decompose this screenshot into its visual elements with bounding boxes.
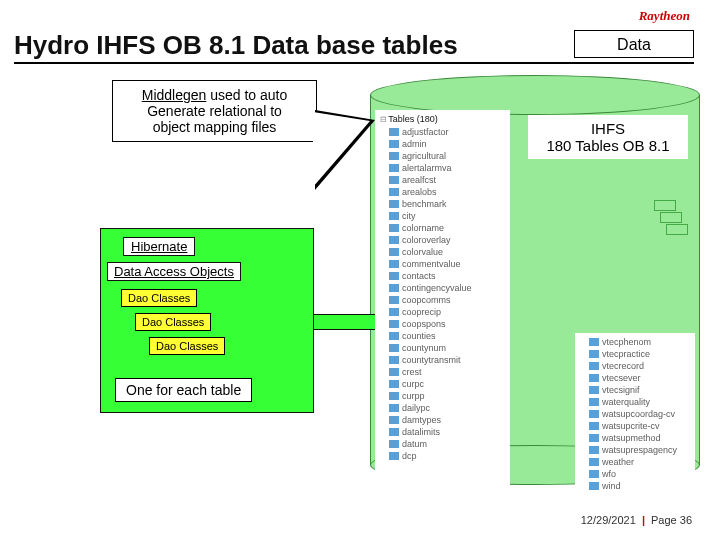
table-row: datum [377, 438, 508, 450]
table-row: contacts [377, 270, 508, 282]
folder-icon [389, 128, 399, 136]
table-row: vtecphenom [577, 336, 693, 348]
table-row: watsupmethod [577, 432, 693, 444]
table-row: curpp [377, 390, 508, 402]
table-row: countynum [377, 342, 508, 354]
table-row: admin [377, 138, 508, 150]
table-row: dailypc [377, 402, 508, 414]
folder-icon [389, 212, 399, 220]
table-row: wfo [577, 468, 693, 480]
ihfs-label: IHFS 180 Tables OB 8.1 [528, 115, 688, 159]
database-cylinder: ⊟ Tables (180) adjustfactoradminagricult… [370, 75, 700, 485]
folder-icon [389, 332, 399, 340]
folder-icon [389, 176, 399, 184]
table-row: city [377, 210, 508, 222]
footer-date: 12/29/2021 [581, 514, 636, 526]
table-row: arealfcst [377, 174, 508, 186]
ihfs-line2: 180 Tables OB 8.1 [530, 137, 686, 154]
hibernate-label: Hibernate [123, 237, 195, 256]
table-row: watsupcoordag-cv [577, 408, 693, 420]
folder-icon [389, 440, 399, 448]
table-row: agricultural [377, 150, 508, 162]
dao-label: Data Access Objects [107, 262, 241, 281]
folder-icon [389, 344, 399, 352]
folder-icon [589, 470, 599, 478]
page-title: Hydro IHFS OB 8.1 Data base tables [14, 30, 458, 61]
folder-icon [389, 380, 399, 388]
folder-icon [389, 260, 399, 268]
folder-icon [589, 374, 599, 382]
folder-icon [389, 272, 399, 280]
table-row: counties [377, 330, 508, 342]
folder-icon [389, 404, 399, 412]
folder-icon [389, 428, 399, 436]
ihfs-line1: IHFS [530, 120, 686, 137]
table-row: dcp [377, 450, 508, 462]
table-list-right: vtecphenomvtecpracticevtecrecordvtecseve… [575, 333, 695, 493]
folder-icon [589, 338, 599, 346]
folder-icon [589, 350, 599, 358]
table-row: commentvalue [377, 258, 508, 270]
folder-icon [389, 200, 399, 208]
table-row: arealobs [377, 186, 508, 198]
table-row: curpc [377, 378, 508, 390]
table-row: cooprecip [377, 306, 508, 318]
table-row: colorvalue [377, 246, 508, 258]
folder-icon [589, 446, 599, 454]
folder-icon [389, 164, 399, 172]
table-row: crest [377, 366, 508, 378]
tables-header: Tables (180) [388, 114, 438, 124]
table-row: vtecpractice [577, 348, 693, 360]
table-row: coopcomms [377, 294, 508, 306]
table-row: yunique [577, 492, 693, 493]
folder-icon [389, 320, 399, 328]
folder-icon [389, 224, 399, 232]
table-row: wind [577, 480, 693, 492]
folder-icon [389, 236, 399, 244]
title-underline [14, 62, 694, 64]
table-list-left: ⊟ Tables (180) adjustfactoradminagricult… [375, 110, 510, 491]
dao-class-box: Dao Classes [149, 337, 225, 355]
table-row: coloroverlay [377, 234, 508, 246]
table-row: vtecsever [577, 372, 693, 384]
tool-name: Middlegen [142, 87, 207, 103]
folder-icon [389, 188, 399, 196]
table-row: vtecrecord [577, 360, 693, 372]
table-row: colorname [377, 222, 508, 234]
folder-icon [589, 410, 599, 418]
folder-icon [589, 362, 599, 370]
folder-icon [589, 422, 599, 430]
table-row: watsupcrite-cv [577, 420, 693, 432]
folder-icon [389, 452, 399, 460]
table-row: watsuprespagency [577, 444, 693, 456]
folder-icon [389, 296, 399, 304]
folder-icon [589, 458, 599, 466]
table-row: adjustfactor [377, 126, 508, 138]
table-row: waterquality [577, 396, 693, 408]
table-row: weather [577, 456, 693, 468]
folder-icon [389, 140, 399, 148]
dao-class-box: Dao Classes [135, 313, 211, 331]
folder-icon [389, 308, 399, 316]
footer-page: Page 36 [651, 514, 692, 526]
folder-icon [389, 392, 399, 400]
table-row: benchmark [377, 198, 508, 210]
dao-class-box: Dao Classes [121, 289, 197, 307]
folder-icon [389, 152, 399, 160]
table-row: coopspons [377, 318, 508, 330]
footer: 12/29/2021 | Page 36 [581, 514, 692, 526]
folder-icon [389, 284, 399, 292]
table-row: contingencyvalue [377, 282, 508, 294]
folder-icon [389, 368, 399, 376]
table-row: datalimits [377, 426, 508, 438]
folder-icon [389, 416, 399, 424]
table-row: countytransmit [377, 354, 508, 366]
table-row: alertalarmva [377, 162, 508, 174]
data-button[interactable]: Data [574, 30, 694, 58]
folder-icon [389, 356, 399, 364]
folder-icon [589, 386, 599, 394]
folder-icon [589, 482, 599, 490]
brand-logo: Raytheon [639, 8, 690, 24]
table-row: vtecsignif [577, 384, 693, 396]
one-each-label: One for each table [115, 378, 252, 402]
